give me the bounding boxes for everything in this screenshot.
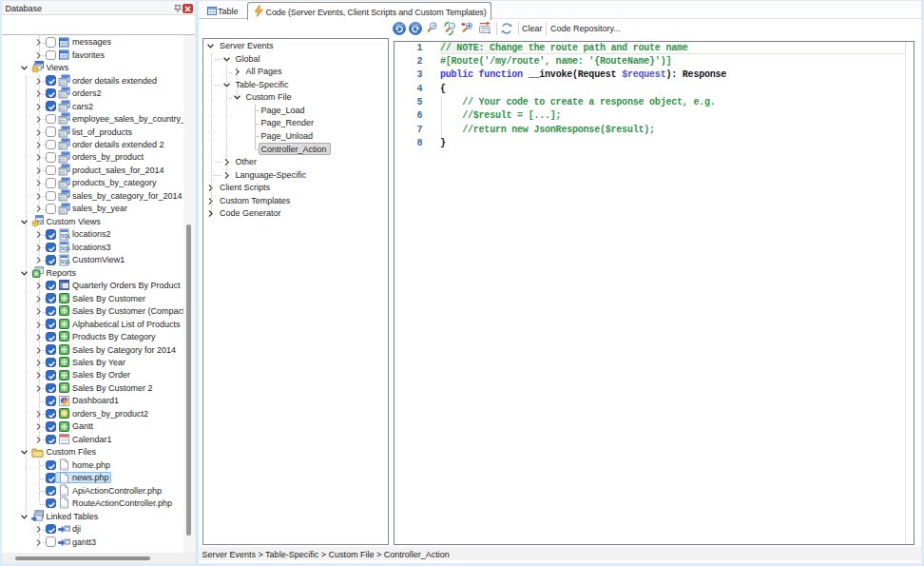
svg-text:SQL: SQL [60, 259, 69, 264]
svg-text:SQL: SQL [60, 233, 69, 239]
svg-text:SQL: SQL [60, 245, 69, 251]
